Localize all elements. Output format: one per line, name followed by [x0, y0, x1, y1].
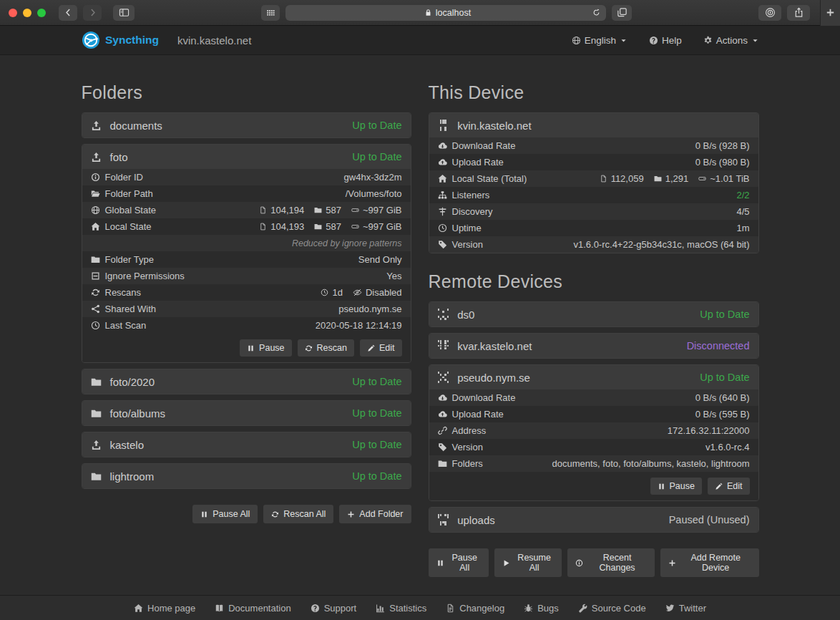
status-badge: Up to Date: [352, 151, 401, 163]
row-value: v1.6.0-rc.4+22-g5b34c31c, macOS (64 bit): [573, 239, 749, 250]
footer-link-source-code[interactable]: Source Code: [578, 603, 646, 614]
bar-chart-icon: [376, 604, 385, 613]
folder-header-documents[interactable]: documents Up to Date: [82, 113, 411, 137]
file-text-icon: [446, 604, 455, 613]
minimize-window-button[interactable]: [23, 9, 31, 17]
actions-menu[interactable]: Actions: [703, 35, 759, 46]
footer-link-twitter[interactable]: Twitter: [665, 603, 706, 614]
password-extension-button[interactable]: [758, 5, 781, 21]
edit-device-button[interactable]: Edit: [708, 478, 750, 495]
device-details-table: Download Rate 0 B/s (640 B) Upload Rate …: [429, 389, 758, 472]
device-panel-kvar: kvar.kastelo.net Disconnected: [429, 333, 759, 359]
help-label: Help: [662, 35, 682, 46]
rescan-interval: 1d: [332, 287, 342, 298]
device-header-uploads[interactable]: uploads Paused (Unused): [429, 508, 758, 532]
caret-down-icon: [620, 37, 627, 44]
sidebar-toggle-button[interactable]: [113, 5, 135, 21]
clock-icon: [321, 289, 328, 296]
footer-link-bugs[interactable]: Bugs: [524, 603, 559, 614]
status-badge: Up to Date: [352, 470, 401, 482]
tab-group-grid-button[interactable]: [261, 5, 280, 21]
folder-details-table: Folder ID gw4hx-3dz2m Folder Path /Volum…: [82, 169, 411, 334]
folder-icon: [91, 408, 102, 419]
table-row: Local State (Total) 112,059 1,291 ~1.01 …: [429, 170, 758, 187]
table-row: Uptime 1m: [429, 220, 758, 236]
table-row: Global State 104,194 587 ~997 GiB: [82, 202, 411, 218]
new-tab-button[interactable]: [820, 0, 840, 26]
add-remote-device-button[interactable]: Add Remote Device: [660, 548, 759, 577]
rescan-button[interactable]: Rescan: [298, 339, 354, 357]
folder-icon: [438, 459, 447, 468]
folder-header-fotoalbums[interactable]: foto/albums Up to Date: [82, 401, 411, 425]
device-name: uploads: [457, 514, 495, 526]
table-row: Local State 104,193 587 ~997 GiB: [82, 218, 411, 235]
brand[interactable]: Syncthing: [82, 32, 159, 49]
folder-name: foto: [110, 151, 128, 163]
remote-devices-heading: Remote Devices: [429, 271, 759, 292]
back-button[interactable]: [59, 5, 77, 21]
row-value: Yes: [386, 271, 401, 281]
address-bar[interactable]: localhost: [285, 5, 606, 21]
resume-all-button[interactable]: Resume All: [494, 548, 562, 577]
device-header-ds0[interactable]: ds0 Up to Date: [429, 302, 758, 326]
footer-link-statistics[interactable]: Statistics: [376, 603, 426, 614]
folders-actions-bar: Pause All Rescan All Add Folder: [82, 505, 411, 523]
pause-icon: [200, 510, 208, 518]
row-label: Folders: [452, 458, 483, 469]
twitter-icon: [665, 604, 675, 613]
reload-icon[interactable]: [592, 9, 600, 16]
maximize-window-button[interactable]: [37, 9, 46, 17]
footer-link-support[interactable]: Support: [311, 603, 357, 614]
folder-header-lightroom[interactable]: lightroom Up to Date: [82, 464, 411, 488]
pause-device-button[interactable]: Pause: [650, 478, 702, 495]
folder-name: foto/2020: [110, 376, 155, 388]
file-icon: [259, 206, 267, 214]
row-label: Ignore Permissions: [105, 271, 185, 281]
forward-button[interactable]: [83, 5, 102, 21]
row-label: Upload Rate: [452, 409, 504, 420]
cloud-upload-icon: [438, 410, 447, 419]
row-value: 1m: [736, 223, 749, 233]
row-label: Listeners: [452, 190, 490, 200]
table-row: Last Scan 2020-05-18 12:14:19: [82, 317, 411, 334]
upload-folder-icon: [91, 440, 102, 450]
pause-all-folders-button[interactable]: Pause All: [192, 505, 258, 523]
hdd-icon: [351, 206, 359, 214]
folder-header-foto[interactable]: foto Up to Date: [82, 145, 411, 169]
table-row: Upload Rate 0 B/s (980 B): [429, 154, 758, 170]
help-link[interactable]: Help: [649, 35, 682, 46]
footer-link-home[interactable]: Home page: [134, 603, 195, 614]
device-header-kvar[interactable]: kvar.kastelo.net Disconnected: [429, 334, 758, 358]
row-label: Folder Path: [105, 188, 153, 199]
info-icon: [575, 559, 583, 567]
pause-icon: [436, 559, 444, 567]
folder-icon: [91, 377, 102, 387]
signpost-icon: [438, 207, 447, 216]
recent-changes-button[interactable]: Recent Changes: [567, 548, 654, 577]
share-button[interactable]: [787, 5, 810, 21]
row-label: Download Rate: [452, 140, 516, 151]
folders-heading: Folders: [82, 82, 411, 103]
footer-link-documentation[interactable]: Documentation: [215, 603, 290, 614]
pause-button[interactable]: Pause: [240, 339, 291, 357]
rescan-all-button[interactable]: Rescan All: [263, 505, 333, 523]
this-device-panel: kvin.kastelo.net Download Rate 0 B/s (92…: [429, 112, 759, 253]
footer-link-changelog[interactable]: Changelog: [446, 603, 504, 614]
folder-header-foto2020[interactable]: foto/2020 Up to Date: [82, 369, 411, 394]
language-menu[interactable]: English: [572, 35, 627, 46]
row-value: 0 B/s (640 B): [695, 392, 750, 403]
add-folder-button[interactable]: Add Folder: [339, 505, 411, 523]
refresh-icon: [271, 510, 279, 518]
device-header-pseudo[interactable]: pseudo.nym.se Up to Date: [429, 365, 758, 389]
row-value: 0 B/s (595 B): [695, 409, 750, 420]
this-device-header[interactable]: kvin.kastelo.net: [429, 113, 758, 137]
tab-overview-button[interactable]: [612, 5, 632, 21]
hdd-icon: [351, 223, 359, 231]
close-window-button[interactable]: [9, 9, 17, 17]
device-identicon: [438, 309, 449, 320]
pause-all-devices-button[interactable]: Pause All: [429, 548, 489, 577]
edit-button[interactable]: Edit: [360, 339, 402, 357]
navbar-device-name: kvin.kastelo.net: [177, 34, 251, 47]
folder-header-kastelo[interactable]: kastelo Up to Date: [82, 432, 411, 457]
size-value: ~1.01 TiB: [710, 173, 749, 184]
